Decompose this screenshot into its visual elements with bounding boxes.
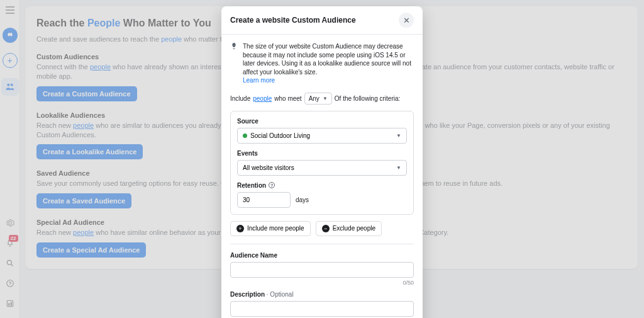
- events-label: Events: [237, 150, 407, 157]
- source-label: Source: [237, 118, 407, 125]
- question-icon[interactable]: ?: [269, 182, 275, 188]
- any-select[interactable]: Any▼: [304, 93, 332, 105]
- exclude-button[interactable]: −Exclude people: [316, 221, 382, 236]
- lightbulb-icon: [230, 42, 238, 85]
- name-label: Audience Name: [230, 252, 414, 259]
- chevron-down-icon: ▼: [396, 133, 401, 139]
- minus-circle-icon: −: [322, 225, 330, 232]
- audience-name-input[interactable]: [230, 262, 414, 278]
- include-more-button[interactable]: +Include more people: [230, 221, 311, 236]
- create-audience-modal: Create a website Custom Audience ✕ The s…: [221, 6, 423, 318]
- name-char-count: 0/50: [230, 280, 414, 286]
- chevron-down-icon: ▼: [323, 96, 328, 101]
- include-people-link[interactable]: people: [253, 95, 272, 102]
- desc-label: Description · Optional: [230, 291, 414, 298]
- info-text: The size of your website Custom Audience…: [243, 43, 411, 76]
- chevron-down-icon: ▼: [396, 165, 401, 171]
- divider: [230, 244, 414, 244]
- days-label: days: [296, 196, 309, 203]
- events-select[interactable]: All website visitors ▼: [237, 160, 407, 176]
- rule-card: Source Social Outdoor Living ▼ Events Al…: [230, 111, 414, 215]
- audience-desc-input[interactable]: [230, 301, 414, 317]
- active-dot-icon: [243, 133, 247, 138]
- retention-label: Retention?: [237, 182, 407, 189]
- plus-circle-icon: +: [236, 225, 244, 232]
- modal-learn-more[interactable]: Learn more: [243, 77, 275, 84]
- source-select[interactable]: Social Outdoor Living ▼: [237, 128, 407, 144]
- close-icon[interactable]: ✕: [399, 13, 414, 28]
- retention-input[interactable]: [237, 192, 291, 208]
- modal-title: Create a website Custom Audience: [230, 16, 356, 25]
